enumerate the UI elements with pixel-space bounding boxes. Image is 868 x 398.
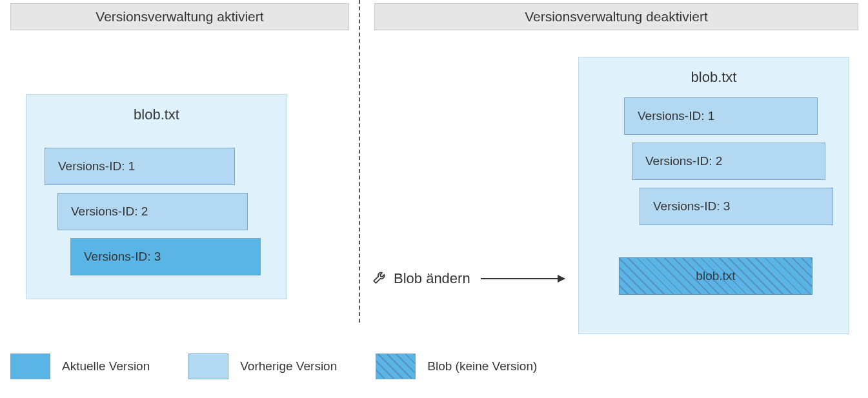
legend-label-current: Aktuelle Version [62,359,150,373]
legend-label-previous: Vorherige Version [240,359,337,373]
version-label: Versions-ID: 2 [645,154,722,168]
arrow-icon [481,278,565,279]
version-label: Versions-ID: 3 [84,250,161,264]
legend-swatch-previous [188,353,228,379]
header-left-label: Versionsverwaltung aktiviert [96,9,263,25]
action-modify-blob: Blob ändern [348,268,565,289]
legend: Aktuelle Version Vorherige Version Blob … [10,353,563,379]
header-versioning-enabled: Versionsverwaltung aktiviert [10,3,349,30]
version-label: Versions-ID: 3 [653,199,730,214]
legend-item-unversioned: Blob (keine Version) [376,353,537,379]
action-label: Blob ändern [394,270,470,287]
blob-title-left: blob.txt [26,95,287,123]
version-box: Versions-ID: 2 [57,193,248,230]
blob-container-enabled: blob.txt Versions-ID: 1 Versions-ID: 2 V… [26,94,287,299]
legend-swatch-current [10,353,50,379]
version-box-current: Versions-ID: 3 [70,238,261,275]
blob-title-right: blob.txt [579,57,849,86]
version-label: Versions-ID: 1 [638,109,714,123]
legend-swatch-unversioned [376,353,416,379]
version-box: Versions-ID: 1 [624,97,818,135]
version-box: Versions-ID: 3 [640,188,833,225]
version-label: Versions-ID: 1 [58,159,135,174]
unversioned-blob: blob.txt [619,257,812,295]
header-right-label: Versionsverwaltung deaktiviert [525,9,708,25]
wrench-icon [372,268,389,289]
version-label: Versions-ID: 2 [71,204,148,219]
blob-container-disabled: blob.txt Versions-ID: 1 Versions-ID: 2 V… [578,57,849,334]
version-box: Versions-ID: 1 [45,148,235,185]
version-box: Versions-ID: 2 [632,143,825,180]
legend-item-previous: Vorherige Version [188,353,337,379]
legend-label-unversioned: Blob (keine Version) [427,359,537,373]
unversioned-blob-label: blob.txt [696,269,735,283]
legend-item-current: Aktuelle Version [10,353,150,379]
header-versioning-disabled: Versionsverwaltung deaktiviert [374,3,858,30]
